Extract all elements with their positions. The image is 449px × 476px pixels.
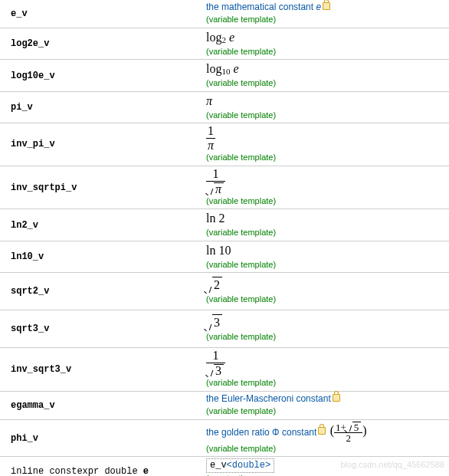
- identifier-cell: ln10_v: [0, 248, 203, 265]
- identifier-name[interactable]: inv_sqrt3_v: [11, 364, 71, 375]
- category-label: (variable template): [206, 444, 276, 453]
- formula: log2 e: [206, 31, 234, 44]
- code-ref[interactable]: e_v<double>: [206, 458, 274, 472]
- table-row: ln10_vln 10(variable template): [0, 241, 449, 273]
- category-label: (variable template): [206, 110, 276, 120]
- description-link[interactable]: the Euler-Mascheroni constant: [206, 393, 331, 404]
- table-row: phi_vthe golden ratio Φ constant (1+52)(…: [0, 420, 449, 458]
- description-cell: 1π(variable template): [203, 166, 449, 209]
- description-cell: the Euler-Mascheroni constant(variable t…: [203, 392, 449, 419]
- formula: ln 10: [206, 244, 231, 257]
- category-label: (variable template): [206, 15, 276, 24]
- category-label: (variable template): [206, 78, 276, 87]
- formula: 2: [206, 278, 222, 291]
- description-cell: ln 10(variable template): [203, 241, 449, 272]
- identifier-cell: egamma_v: [0, 397, 203, 414]
- identifier-name[interactable]: ln2_v: [11, 220, 38, 231]
- category-label: (variable template): [206, 406, 276, 415]
- identifier-cell: sqrt2_v: [0, 283, 203, 300]
- table-row: log2e_vlog2 e(variable template): [0, 28, 449, 60]
- description-cell: π(variable template): [203, 92, 449, 123]
- formula: π: [206, 94, 212, 107]
- description-link[interactable]: the golden ratio Φ constant: [206, 426, 316, 437]
- formula: 1π: [206, 130, 215, 143]
- identifier-cell: ln2_v: [0, 217, 203, 234]
- declaration-cell: inline constexpr double e: [0, 463, 203, 476]
- table-row: ln2_vln 2(variable template): [0, 209, 449, 241]
- table-row: inv_sqrtpi_v1π(variable template): [0, 166, 449, 210]
- identifier-cell: inv_pi_v: [0, 136, 203, 153]
- identifier-name[interactable]: log10e_v: [11, 71, 55, 81]
- category-label: (variable template): [206, 332, 276, 341]
- table-row: sqrt2_v2(variable template): [0, 273, 449, 310]
- formula: 3: [206, 316, 222, 329]
- formula: ln 2: [206, 212, 224, 225]
- identifier-name[interactable]: ln10_v: [11, 251, 44, 262]
- category-label: (variable template): [206, 378, 276, 387]
- identifier-cell: phi_v: [0, 430, 203, 447]
- table-row: e_vthe mathematical constant e(variable …: [0, 0, 449, 28]
- table-row: inv_sqrt3_v13(variable template): [0, 348, 449, 392]
- identifier-name[interactable]: sqrt3_v: [11, 323, 49, 334]
- description-cell: 3(variable template): [203, 313, 449, 344]
- identifier-cell: sqrt3_v: [0, 320, 203, 337]
- formula: 13: [206, 356, 225, 369]
- identifier-cell: pi_v: [0, 99, 203, 116]
- identifier-cell: inv_sqrt3_v: [0, 361, 203, 378]
- description-cell: 13(variable template): [203, 348, 449, 391]
- description-cell: ln 2(variable template): [203, 209, 449, 240]
- identifier-name[interactable]: egamma_v: [11, 400, 55, 411]
- description-cell: log10 e(variable template): [203, 60, 449, 90]
- description-cell: 1π(variable template): [203, 123, 449, 166]
- table-row: inv_pi_v1π(variable template): [0, 123, 449, 166]
- identifier-cell: log2e_v: [0, 35, 203, 52]
- watermark: blog.csdn.net/qq_45662588: [340, 460, 444, 469]
- description-cell: the golden ratio Φ constant (1+52)(varia…: [203, 420, 449, 457]
- description-cell: the mathematical constant e(variable tem…: [203, 0, 449, 27]
- lock-icon: [333, 394, 340, 402]
- identifier-name[interactable]: pi_v: [11, 102, 33, 113]
- identifier-name[interactable]: log2e_v: [11, 38, 49, 49]
- category-label: (variable template): [206, 47, 276, 56]
- formula: 1π: [206, 173, 225, 186]
- table-row: egamma_vthe Euler-Mascheroni constant(va…: [0, 392, 449, 420]
- table-row: sqrt3_v3(variable template): [0, 310, 449, 348]
- table-row: pi_vπ(variable template): [0, 92, 449, 123]
- identifier-name[interactable]: inv_pi_v: [11, 139, 55, 149]
- identifier-name[interactable]: e: [143, 466, 149, 476]
- identifier-name[interactable]: sqrt2_v: [11, 286, 49, 297]
- category-label: (variable template): [206, 260, 276, 269]
- lock-icon: [318, 427, 326, 435]
- description-cell: 2(variable template): [203, 275, 449, 307]
- identifier-cell: e_v: [0, 5, 203, 22]
- identifier-cell: inv_sqrtpi_v: [0, 179, 203, 196]
- category-label: (variable template): [206, 294, 276, 304]
- description-cell: log2 e(variable template): [203, 28, 449, 59]
- category-label: (variable template): [206, 196, 276, 205]
- category-label: (variable template): [206, 153, 276, 162]
- table-row: log10e_vlog10 e(variable template): [0, 60, 449, 91]
- identifier-name[interactable]: e_v: [11, 8, 28, 19]
- category-label: (variable template): [206, 228, 276, 237]
- identifier-name[interactable]: phi_v: [11, 433, 38, 444]
- formula: (1+52): [330, 424, 367, 437]
- formula: log10 e: [206, 62, 239, 75]
- identifier-cell: log10e_v: [0, 67, 203, 84]
- lock-icon: [323, 2, 330, 10]
- description-link[interactable]: the mathematical constant e: [206, 2, 321, 12]
- identifier-name[interactable]: inv_sqrtpi_v: [11, 182, 77, 193]
